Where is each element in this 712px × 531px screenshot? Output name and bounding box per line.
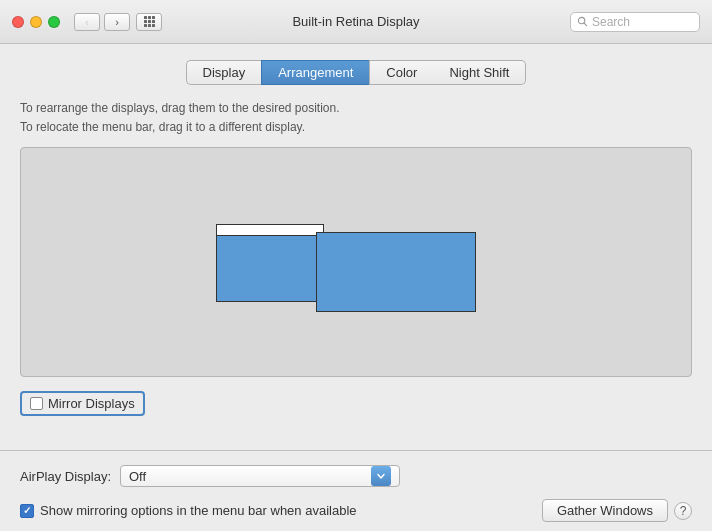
mirror-displays-wrapper: Mirror Displays [20,391,692,434]
forward-button[interactable]: › [104,13,130,31]
secondary-display[interactable] [316,232,476,312]
close-button[interactable] [12,16,24,28]
maximize-button[interactable] [48,16,60,28]
main-display[interactable] [216,224,324,302]
grid-view-button[interactable] [136,13,162,31]
airplay-value: Off [129,469,371,484]
minimize-button[interactable] [30,16,42,28]
dropdown-icon [376,471,386,481]
mirror-displays-area[interactable]: Mirror Displays [20,391,145,416]
help-button[interactable]: ? [674,502,692,520]
content-area: Display Arrangement Color Night Shift To… [0,44,712,531]
mirror-displays-checkbox[interactable] [30,397,43,410]
window-title: Built-in Retina Display [292,14,419,29]
tab-night-shift[interactable]: Night Shift [433,60,526,85]
gather-windows-button[interactable]: Gather Windows [542,499,668,522]
airplay-row: AirPlay Display: Off [20,465,692,487]
description-line1: To rearrange the displays, drag them to … [20,99,692,118]
airplay-select[interactable]: Off [120,465,400,487]
show-mirroring-checkbox[interactable]: ✓ [20,504,34,518]
mirror-displays-label: Mirror Displays [48,396,135,411]
airplay-dropdown-arrow [371,466,391,486]
tab-color[interactable]: Color [369,60,433,85]
displays-container [216,202,496,322]
show-mirroring-row: ✓ Show mirroring options in the menu bar… [20,503,357,518]
checkmark-icon: ✓ [23,506,31,516]
description-text: To rearrange the displays, drag them to … [20,99,692,137]
arrangement-area[interactable] [20,147,692,377]
search-icon [577,16,588,27]
right-buttons: Gather Windows ? [542,499,692,522]
back-button[interactable]: ‹ [74,13,100,31]
divider [0,450,712,451]
tab-arrangement[interactable]: Arrangement [261,60,369,85]
tabs-container: Display Arrangement Color Night Shift [20,60,692,85]
search-bar[interactable]: Search [570,12,700,32]
search-placeholder: Search [592,15,630,29]
airplay-label: AirPlay Display: [20,469,120,484]
traffic-lights [12,16,60,28]
show-mirroring-label: Show mirroring options in the menu bar w… [40,503,357,518]
titlebar: ‹ › Built-in Retina Display Search [0,0,712,44]
svg-line-1 [584,23,586,25]
description-line2: To relocate the menu bar, drag it to a d… [20,118,692,137]
tab-display[interactable]: Display [186,60,262,85]
nav-buttons: ‹ › [74,13,130,31]
bottom-row: ✓ Show mirroring options in the menu bar… [20,499,692,522]
grid-icon [144,16,155,27]
